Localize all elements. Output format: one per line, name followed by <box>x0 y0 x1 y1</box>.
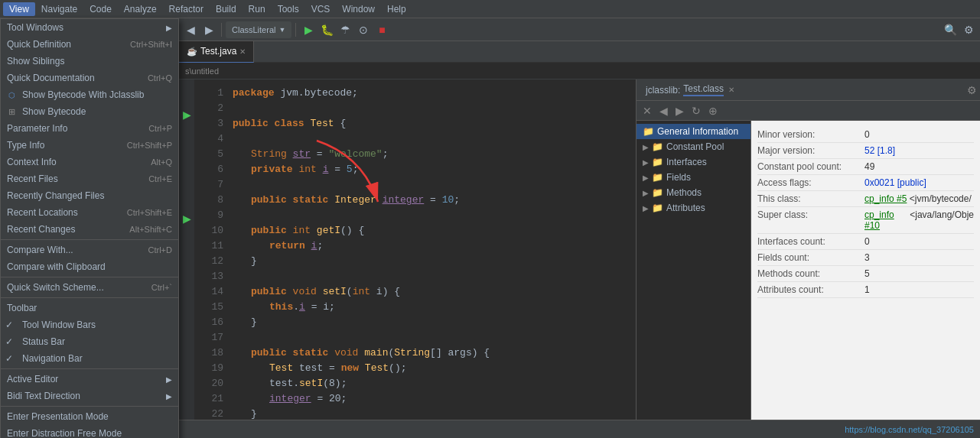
menu-quick-documentation[interactable]: Quick Documentation Ctrl+Q <box>1 70 178 86</box>
menu-bidi-text-direction[interactable]: Bidi Text Direction ▶ <box>1 388 178 404</box>
link-icon[interactable]: ⊕ <box>705 103 721 118</box>
detail-label: Constant pool count: <box>757 161 864 172</box>
detail-label: Access flags: <box>757 177 864 188</box>
detail-value: 3 <box>864 252 870 263</box>
menu-compare-with[interactable]: Compare With... Ctrl+D <box>1 242 178 258</box>
menu-view[interactable]: View <box>3 2 35 16</box>
menu-show-bytecode[interactable]: ⊞ Show Bytecode <box>1 103 178 120</box>
editor-area[interactable]: ▶ ▶ 1 package jvm.bytecode; 2 3 public c… <box>179 79 636 438</box>
tree-item-general-info[interactable]: 📁 General Information <box>637 124 750 139</box>
menu-item-label: Tool Window Bars <box>7 320 96 330</box>
menu-item-label: Recent Files <box>7 174 58 184</box>
jclasslib-tabs: jclasslib: Test.class ✕ ⚙ <box>637 79 980 101</box>
detail-label: Major version: <box>757 145 864 156</box>
submenu-arrow-icon: ▶ <box>166 375 172 384</box>
folder-icon: 📁 <box>652 141 663 152</box>
tree-item-methods[interactable]: ▶ 📁 Methods <box>637 185 750 200</box>
code-line-8: 8 public static Integer integer = 10; <box>194 193 623 208</box>
tree-item-fields[interactable]: ▶ 📁 Fields <box>637 170 750 185</box>
code-line-5: 5 String str = "welcome"; <box>194 147 623 162</box>
tree-arrow: ▶ <box>643 189 649 197</box>
search-everywhere-btn[interactable]: 🔍 <box>942 21 959 38</box>
menu-divider-5 <box>1 406 178 407</box>
checkmark-icon: ✓ <box>5 336 13 347</box>
coverage-btn[interactable]: ☂ <box>337 21 353 38</box>
menu-window[interactable]: Window <box>336 2 381 16</box>
run-btn[interactable]: ▶ <box>300 21 317 38</box>
detail-value-extra: <java/lang/Obje <box>907 209 974 220</box>
back-btn[interactable]: ◀ <box>182 21 199 38</box>
breadcrumb-text: s\untitled <box>185 67 219 76</box>
settings-icon[interactable]: ⚙ <box>967 84 977 96</box>
menu-quick-switch-scheme[interactable]: Quick Switch Scheme... Ctrl+` <box>1 279 178 296</box>
dropdown-arrow-icon: ▼ <box>278 26 285 34</box>
menu-vcs[interactable]: VCS <box>305 2 337 16</box>
debug-btn[interactable]: 🐛 <box>318 21 335 38</box>
forward-btn[interactable]: ▶ <box>200 21 217 38</box>
detail-value: 1 <box>864 284 870 295</box>
menu-quick-definition[interactable]: Quick Definition Ctrl+Shift+I <box>1 36 178 53</box>
menu-compare-clipboard[interactable]: Compare with Clipboard <box>1 258 178 275</box>
detail-label: Interfaces count: <box>757 236 864 247</box>
tab-close-icon[interactable]: ✕ <box>239 47 246 56</box>
folder-icon: 📁 <box>652 203 663 213</box>
menu-recent-locations[interactable]: Recent Locations Ctrl+Shift+E <box>1 204 178 221</box>
tab-close-icon[interactable]: ✕ <box>728 86 734 94</box>
run-gutter-icon[interactable]: ▶ <box>183 109 191 121</box>
menu-parameter-info[interactable]: Parameter Info Ctrl+P <box>1 120 178 137</box>
menu-analyze[interactable]: Analyze <box>118 2 163 16</box>
run-gutter-icon-2[interactable]: ▶ <box>183 213 191 225</box>
jclasslib-file-tab[interactable]: Test.class <box>683 83 724 96</box>
menu-run[interactable]: Run <box>243 2 272 16</box>
detail-fields-count: Fields count: 3 <box>757 250 974 266</box>
tree-item-interfaces[interactable]: ▶ 📁 Interfaces <box>637 154 750 170</box>
menu-type-info[interactable]: Type Info Ctrl+Shift+P <box>1 137 178 154</box>
class-literal-dropdown[interactable]: ClassLiteral ▼ <box>226 21 291 38</box>
menu-refactor[interactable]: Refactor <box>163 2 210 16</box>
checkmark-icon: ✓ <box>5 320 13 330</box>
menu-code[interactable]: Code <box>83 2 118 16</box>
refresh-icon[interactable]: ↻ <box>689 103 704 118</box>
menu-item-label: Recent Changes <box>7 224 75 235</box>
menu-item-label: Context Info <box>7 157 57 167</box>
detail-interfaces-count: Interfaces count: 0 <box>757 234 974 250</box>
menu-recent-files[interactable]: Recent Files Ctrl+E <box>1 170 178 187</box>
settings-btn[interactable]: ⚙ <box>960 21 977 38</box>
tree-item-attributes[interactable]: ▶ 📁 Attributes <box>637 200 750 216</box>
back-icon[interactable]: ◀ <box>656 103 671 118</box>
menu-active-editor[interactable]: Active Editor ▶ <box>1 371 178 388</box>
toolbar-separator-2 <box>295 23 296 37</box>
menu-navigate[interactable]: Navigate <box>35 2 83 16</box>
menu-navigation-bar[interactable]: ✓ Navigation Bar <box>1 350 178 367</box>
menu-tool-windows[interactable]: Tool Windows ▶ <box>1 19 178 36</box>
detail-major-version: Major version: 52 [1.8] <box>757 143 974 159</box>
menu-divider-2 <box>1 277 178 277</box>
code-line-9: 9 <box>194 208 623 223</box>
menu-help[interactable]: Help <box>381 2 412 16</box>
menu-enter-presentation-mode[interactable]: Enter Presentation Mode <box>1 408 178 425</box>
menu-toolbar[interactable]: Toolbar <box>1 300 178 316</box>
menu-tools[interactable]: Tools <box>272 2 305 16</box>
code-line-20: 20 test.setI(8); <box>194 376 623 391</box>
profile-btn[interactable]: ⊙ <box>355 21 372 38</box>
menu-show-siblings[interactable]: Show Siblings <box>1 53 178 70</box>
code-line-2: 2 <box>194 101 623 116</box>
menu-tool-window-bars[interactable]: ✓ Tool Window Bars <box>1 316 178 333</box>
close-icon[interactable]: ✕ <box>640 103 655 118</box>
blog-link[interactable]: https://blog.csdn.net/qq_37206105 <box>845 425 974 434</box>
menu-enter-distraction-free-mode[interactable]: Enter Distraction Free Mode <box>1 425 178 438</box>
menu-status-bar[interactable]: ✓ Status Bar <box>1 333 178 350</box>
menu-recent-changes[interactable]: Recent Changes Alt+Shift+C <box>1 221 178 238</box>
menu-item-label: Quick Documentation <box>7 73 95 83</box>
tab-test-java[interactable]: ☕ Test.java ✕ <box>179 41 254 63</box>
menu-recently-changed-files[interactable]: Recently Changed Files <box>1 187 178 204</box>
detail-access-flags: Access flags: 0x0021 [public] <box>757 175 974 191</box>
menu-build[interactable]: Build <box>210 2 243 16</box>
menu-show-bytecode-jclasslib[interactable]: ⬡ Show Bytecode With Jclasslib <box>1 86 178 103</box>
forward-icon[interactable]: ▶ <box>672 103 687 118</box>
menu-item-label: Recently Changed Files <box>7 190 104 201</box>
tree-item-constant-pool[interactable]: ▶ 📁 Constant Pool <box>637 139 750 154</box>
menu-context-info[interactable]: Context Info Alt+Q <box>1 154 178 170</box>
stop-btn[interactable]: ■ <box>373 21 390 38</box>
menu-divider-3 <box>1 297 178 298</box>
